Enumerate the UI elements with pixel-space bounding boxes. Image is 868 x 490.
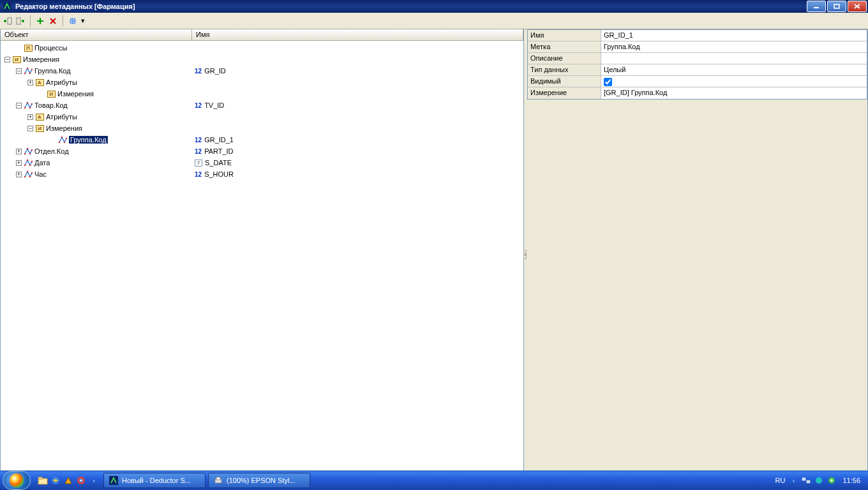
app-task-icon <box>109 476 118 485</box>
prop-key: Имя <box>528 30 601 41</box>
tree-node-label: Дата <box>34 159 50 167</box>
svg-point-56 <box>24 176 26 178</box>
svg-point-58 <box>29 176 31 178</box>
close-button[interactable] <box>848 1 867 12</box>
expand-icon[interactable]: + <box>16 160 22 166</box>
system-tray: RU ‹ 11:56 <box>770 476 868 485</box>
tree-row[interactable]: −ИИзмерения <box>1 54 523 65</box>
svg-point-37 <box>64 142 66 144</box>
svg-line-19 <box>27 68 30 73</box>
prop-val[interactable] <box>601 30 867 41</box>
language-indicator[interactable]: RU <box>775 477 786 484</box>
tree-row[interactable]: +Час12S_HOUR <box>1 168 523 180</box>
svg-point-36 <box>61 137 63 138</box>
prop-val[interactable] <box>601 76 867 87</box>
tree-view[interactable]: ППроцессы−ИИзмерения−Группа.Код12GR_ID+А… <box>1 41 523 470</box>
taskbar-task-label: (100%) EPSON Styl... <box>227 477 296 484</box>
integer-type-icon: 12 <box>195 68 202 75</box>
taskbar-task-deductor[interactable]: Новый - Deductor S... <box>103 473 206 488</box>
triangle-icon[interactable] <box>63 475 74 486</box>
node-icon <box>24 101 33 109</box>
tree-row[interactable]: +Отдел.Код12PART_ID <box>1 145 523 157</box>
maximize-button[interactable] <box>827 1 846 12</box>
column-object[interactable]: Объект <box>1 29 192 40</box>
svg-rect-2 <box>834 4 839 8</box>
dropdown-arrow-icon[interactable]: ▾ <box>80 16 86 26</box>
tree-node-label: Атрибуты <box>46 113 77 121</box>
prop-desc-input[interactable] <box>604 54 864 62</box>
expand-icon[interactable]: + <box>16 149 22 154</box>
taskbar-task-epson[interactable]: (100%) EPSON Styl... <box>208 473 310 488</box>
expand-icon[interactable]: + <box>16 172 22 177</box>
clock[interactable]: 11:56 <box>840 477 863 484</box>
column-name[interactable]: Имя <box>192 29 523 40</box>
prop-row-name: Имя <box>528 30 867 41</box>
expand-icon[interactable]: + <box>27 80 33 85</box>
prop-val[interactable] <box>601 41 867 52</box>
prop-val[interactable] <box>601 53 867 64</box>
tree-row[interactable]: Группа.Код12GR_ID_1 <box>1 134 523 145</box>
tree-row[interactable]: ППроцессы <box>1 42 523 54</box>
property-grid: Имя Метка Описание Тип данных Целый Види… <box>527 29 867 100</box>
tree-node-label: Процессы <box>34 44 67 52</box>
prop-label-input[interactable] <box>604 43 864 50</box>
tree-node-label: Группа.Код <box>34 67 71 75</box>
svg-point-43 <box>27 148 29 150</box>
start-button[interactable] <box>3 471 31 490</box>
expander-placeholder <box>39 91 45 97</box>
minimize-button[interactable] <box>807 1 826 12</box>
tree-row[interactable]: ИИзмерения <box>1 88 523 100</box>
svg-line-32 <box>59 137 62 142</box>
chrome-icon[interactable] <box>75 475 87 486</box>
prop-row-visible: Видимый <box>528 76 867 87</box>
svg-line-33 <box>62 137 64 142</box>
tree-row[interactable]: +ААтрибуты <box>1 77 523 88</box>
tree-node-label: Группа.Код <box>69 136 108 144</box>
prop-key: Тип данных <box>528 64 601 75</box>
titlebar: Редактор метаданных [Фармация] <box>0 0 868 13</box>
prop-val[interactable]: [GR_ID] Группа.Код <box>601 87 867 99</box>
tree-node-label: Измерения <box>23 56 59 63</box>
windows-orb-icon <box>10 473 24 487</box>
tree-row[interactable]: −ИИзмерения <box>1 122 523 134</box>
prop-val[interactable]: Целый <box>601 64 867 75</box>
node-icon: А <box>35 78 44 86</box>
tree-node-name: GR_ID <box>204 67 226 75</box>
add-left-icon[interactable] <box>3 16 13 26</box>
globe-icon[interactable] <box>68 16 78 26</box>
tree-row[interactable]: +ААтрибуты <box>1 111 523 122</box>
quick-launch-more-icon[interactable]: › <box>88 475 100 486</box>
explorer-icon[interactable] <box>37 475 49 486</box>
svg-line-39 <box>25 149 27 154</box>
splitter[interactable] <box>524 29 527 470</box>
collapse-icon[interactable]: − <box>16 103 22 108</box>
tree-node-label: Товар.Код <box>34 101 68 109</box>
collapse-icon[interactable]: − <box>4 57 10 63</box>
add-right-icon[interactable] <box>15 16 26 26</box>
tray-app-icon[interactable] <box>814 476 823 485</box>
window-title: Редактор метаданных [Фармация] <box>14 3 805 10</box>
tray-expand-icon[interactable]: ‹ <box>789 476 798 485</box>
svg-marker-63 <box>65 477 71 484</box>
svg-point-72 <box>816 477 822 484</box>
quick-launch: › <box>34 475 102 486</box>
tree-row[interactable]: −Группа.Код12GR_ID <box>1 65 523 77</box>
printer-task-icon <box>214 476 223 485</box>
node-icon <box>58 136 67 144</box>
svg-rect-70 <box>802 478 805 480</box>
prop-row-label: Метка <box>528 41 867 53</box>
plus-icon[interactable] <box>35 16 45 26</box>
collapse-icon[interactable]: − <box>16 68 22 74</box>
collapse-icon[interactable]: − <box>27 126 33 131</box>
network-icon[interactable] <box>802 476 811 485</box>
delete-icon[interactable] <box>48 16 58 26</box>
svg-point-22 <box>27 68 29 70</box>
prop-row-desc: Описание <box>528 53 867 64</box>
expand-icon[interactable]: + <box>27 114 33 120</box>
ie-icon[interactable] <box>50 475 61 486</box>
tray-app2-icon[interactable] <box>827 476 836 485</box>
prop-name-input[interactable] <box>604 31 864 39</box>
prop-visible-checkbox[interactable] <box>604 78 612 86</box>
tree-row[interactable]: −Товар.Код12TV_ID <box>1 100 523 111</box>
tree-row[interactable]: +Дата7S_DATE <box>1 157 523 168</box>
